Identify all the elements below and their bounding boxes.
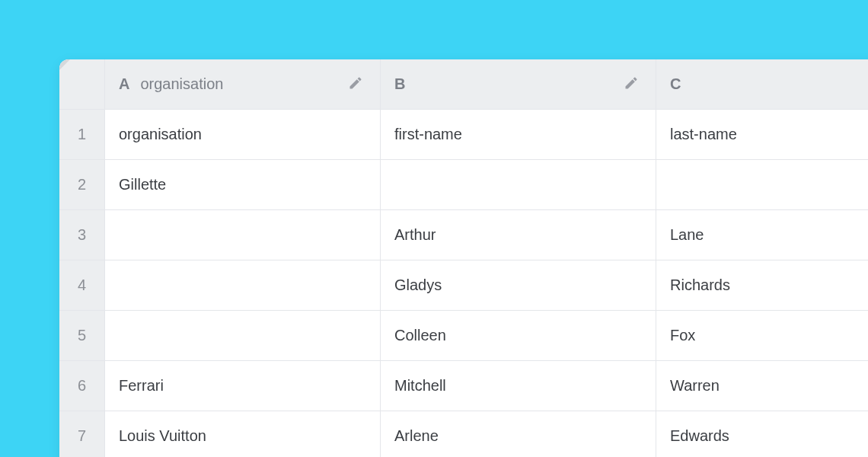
column-letter: B — [394, 75, 405, 93]
row-number[interactable]: 3 — [59, 210, 105, 260]
cell[interactable] — [105, 210, 381, 260]
column-name: organisation — [140, 75, 334, 93]
pencil-icon — [348, 75, 363, 93]
cell[interactable]: Arlene — [381, 411, 656, 457]
column-header-a[interactable]: A organisation — [105, 59, 381, 110]
cell[interactable]: Richards — [656, 260, 868, 311]
row-number[interactable]: 4 — [59, 260, 105, 311]
cell[interactable] — [656, 160, 868, 210]
edit-column-button[interactable] — [345, 74, 366, 95]
cell[interactable] — [105, 311, 381, 361]
row-number[interactable]: 6 — [59, 361, 105, 411]
cell[interactable]: Arthur — [381, 210, 656, 260]
row-number[interactable]: 7 — [59, 411, 105, 457]
row-number[interactable]: 5 — [59, 311, 105, 361]
select-all-corner[interactable] — [59, 59, 105, 110]
cell[interactable]: Warren — [656, 361, 868, 411]
column-letter: C — [670, 75, 681, 93]
pencil-icon — [624, 75, 639, 93]
edit-column-button[interactable] — [621, 74, 642, 95]
row-number[interactable]: 2 — [59, 160, 105, 210]
cell[interactable]: Mitchell — [381, 361, 656, 411]
cell[interactable]: Louis Vuitton — [105, 411, 381, 457]
column-header-c[interactable]: C — [656, 59, 868, 110]
cell[interactable]: Edwards — [656, 411, 868, 457]
cell[interactable]: Lane — [656, 210, 868, 260]
column-header-b[interactable]: B — [381, 59, 656, 110]
cell[interactable]: last-name — [656, 110, 868, 160]
cell[interactable]: organisation — [105, 110, 381, 160]
cell[interactable]: Ferrari — [105, 361, 381, 411]
cell[interactable]: Gladys — [381, 260, 656, 311]
cell[interactable]: Fox — [656, 311, 868, 361]
spreadsheet: A organisation B C — [59, 59, 868, 457]
row-number[interactable]: 1 — [59, 110, 105, 160]
grid: A organisation B C — [59, 59, 868, 457]
cell[interactable] — [381, 160, 656, 210]
cell[interactable]: first-name — [381, 110, 656, 160]
cell[interactable] — [105, 260, 381, 311]
cell[interactable]: Colleen — [381, 311, 656, 361]
column-letter: A — [119, 75, 129, 93]
cell[interactable]: Gillette — [105, 160, 381, 210]
